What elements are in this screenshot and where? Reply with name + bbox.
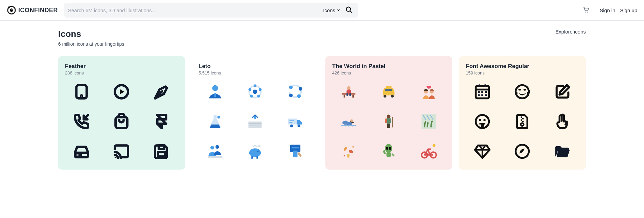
svg-rect-69 (385, 118, 388, 123)
svg-point-28 (249, 88, 252, 91)
folder-open-icon (552, 141, 573, 161)
svg-point-49 (258, 145, 261, 148)
svg-rect-44 (208, 156, 222, 158)
team-icon (205, 141, 225, 161)
svg-rect-93 (478, 94, 480, 96)
svg-point-100 (479, 119, 481, 121)
iconfinder-logo-icon (7, 5, 16, 15)
svg-rect-18 (158, 152, 165, 156)
save-icon (152, 141, 172, 161)
svg-rect-70 (387, 124, 389, 128)
framer-icon (152, 111, 172, 132)
svg-point-62 (384, 95, 387, 98)
svg-point-25 (259, 88, 262, 91)
svg-point-26 (257, 95, 260, 98)
search-input[interactable] (68, 7, 320, 13)
icon-grid (332, 82, 445, 161)
cart-button[interactable] (583, 6, 590, 14)
autumn-leaves-icon (339, 141, 359, 161)
page-subtitle: 6 million icons at your fingertips (58, 41, 124, 47)
svg-rect-48 (257, 156, 258, 159)
svg-point-5 (585, 12, 586, 12)
flask-icon (205, 111, 225, 132)
svg-rect-71 (389, 124, 390, 128)
network-icon (245, 82, 265, 102)
card-title: Leto (199, 63, 312, 70)
cards-row: Feather 286 icons Leto 5,515 icons (58, 56, 586, 170)
search-type-label: Icons (323, 7, 335, 13)
brand-logo[interactable]: ICONFINDER (7, 5, 58, 15)
svg-point-15 (77, 155, 78, 156)
svg-rect-82 (387, 152, 391, 157)
card-world-in-pastel[interactable]: The World in Pastel 426 icons (325, 56, 452, 170)
svg-point-32 (289, 93, 293, 97)
svg-rect-37 (288, 118, 297, 124)
sign-in-link[interactable]: Sign in (600, 7, 615, 13)
svg-point-27 (250, 95, 253, 98)
search-button[interactable] (344, 5, 354, 16)
laugh-tears-icon (512, 82, 532, 102)
peace-hand-icon (552, 111, 573, 132)
hard-drive-icon (71, 141, 92, 161)
svg-point-8 (81, 95, 82, 96)
svg-rect-90 (478, 91, 480, 93)
icon-grid (199, 82, 312, 161)
alien-peace-icon (378, 141, 399, 161)
chevron-down-icon (337, 8, 341, 12)
svg-point-98 (527, 92, 530, 95)
process-cycle-icon (285, 82, 305, 102)
svg-point-20 (212, 85, 218, 91)
svg-point-23 (253, 90, 257, 94)
edit-square-icon (552, 82, 573, 102)
couple-love-icon (419, 82, 439, 102)
svg-rect-94 (481, 94, 483, 96)
svg-rect-104 (521, 119, 522, 121)
calendar-icon (472, 82, 492, 102)
card-feather[interactable]: Feather 286 icons (58, 56, 185, 170)
svg-rect-95 (485, 94, 487, 96)
card-count: 286 icons (65, 70, 178, 75)
svg-rect-105 (522, 121, 524, 122)
svg-point-2 (12, 9, 13, 10)
svg-point-43 (215, 145, 219, 149)
shopping-bag-icon (111, 111, 132, 132)
svg-line-4 (350, 10, 352, 13)
explore-icons-link[interactable]: Explore icons (555, 29, 586, 35)
svg-point-85 (433, 144, 436, 147)
search-type-dropdown[interactable]: Icons (320, 7, 344, 13)
svg-rect-103 (522, 118, 524, 119)
icon-grid (466, 82, 579, 161)
file-archive-icon (512, 111, 532, 132)
piggy-bank-icon (245, 141, 265, 161)
main-content: Icons 6 million icons at your fingertips… (51, 21, 593, 183)
header: ICONFINDER Icons Sign in Sign up (0, 0, 644, 21)
person-bench-icon (339, 82, 359, 102)
svg-rect-51 (292, 147, 299, 148)
svg-point-96 (516, 85, 529, 99)
svg-point-81 (389, 147, 392, 150)
page-title: Icons (58, 29, 124, 39)
svg-rect-34 (249, 122, 262, 128)
svg-point-42 (210, 146, 214, 150)
svg-point-67 (387, 114, 391, 118)
card-leto[interactable]: Leto 5,515 icons (192, 56, 319, 170)
card-title: The World in Pastel (332, 63, 445, 70)
svg-rect-19 (159, 146, 164, 149)
svg-rect-55 (352, 95, 354, 98)
svg-point-46 (257, 151, 259, 152)
search-icon (345, 6, 353, 14)
card-font-awesome[interactable]: Font Awesome Regular 159 icons (459, 56, 586, 170)
svg-point-78 (352, 146, 354, 148)
businessman-icon (205, 82, 225, 102)
svg-point-1 (10, 8, 13, 12)
brand-text: ICONFINDER (18, 7, 58, 14)
sign-up-link[interactable]: Sign up (620, 7, 637, 13)
svg-rect-91 (481, 91, 483, 93)
svg-point-80 (386, 147, 389, 150)
svg-point-31 (297, 94, 301, 98)
cart-icon (583, 6, 590, 13)
card-count: 426 icons (332, 70, 445, 75)
svg-rect-21 (214, 93, 216, 97)
atm-card-icon (285, 141, 305, 161)
svg-point-39 (297, 125, 300, 128)
